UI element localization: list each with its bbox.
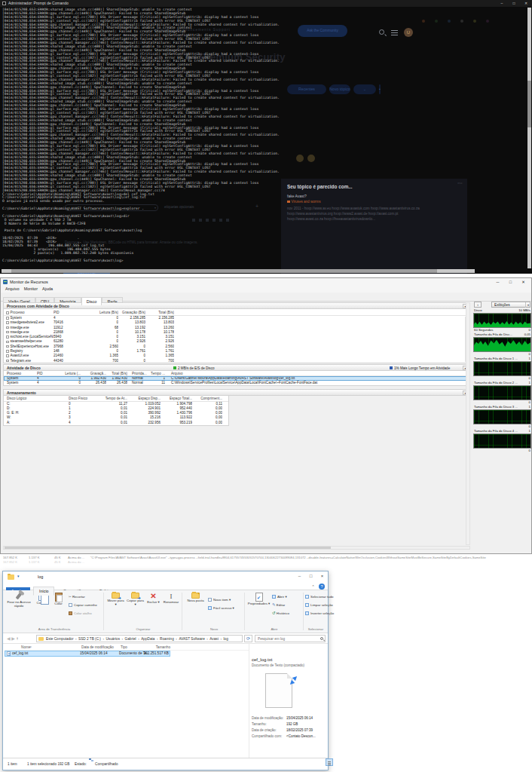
easy-access-button[interactable]: Fácil acesso ▾	[208, 605, 234, 611]
col-pid[interactable]: PID	[54, 309, 76, 315]
back-button[interactable]: ◀	[7, 636, 11, 641]
explorer-close-button[interactable]: ×	[316, 571, 328, 581]
console-vertical-scrollbar[interactable]	[527, 8, 531, 268]
col-tempo-atividade[interactable]: Tempo de At...	[99, 396, 127, 401]
checkbox[interactable]	[6, 335, 9, 339]
breadcrumb-item[interactable]: Usuários	[101, 636, 120, 642]
resmon-maximize-button[interactable]: □	[504, 278, 517, 286]
address-box[interactable]: Este ComputadorSSD 2 TB (C:)UsuáriosGabr…	[36, 635, 243, 642]
menu-item[interactable]: Arquivo	[5, 286, 20, 293]
file-row[interactable]: cef_log.txt 15/04/2025 06:14 Documento d…	[5, 651, 170, 657]
forward-button[interactable]: ▶	[11, 636, 15, 641]
tab-inicio[interactable]: Início	[33, 587, 54, 596]
edit-button[interactable]: ✎ Editar	[272, 602, 285, 608]
resmon-vertical-scrollbar[interactable]	[466, 302, 470, 545]
breadcrumb-item[interactable]: log	[219, 636, 228, 642]
breadcrumb-item[interactable]: Avast	[205, 636, 219, 642]
resmon-close-button[interactable]: ✕	[517, 278, 530, 286]
pin-quick-access-button[interactable]: Fixar no Acesso rápido	[7, 593, 31, 608]
up-button[interactable]: ↑	[17, 636, 19, 641]
refresh-button[interactable]: ⟳	[244, 635, 252, 642]
history-button[interactable]: ↺ Histórico	[272, 610, 289, 617]
checkbox[interactable]	[6, 354, 9, 357]
checkbox[interactable]	[6, 350, 9, 353]
breadcrumb-item[interactable]: Este Computador	[46, 636, 73, 642]
menu-item[interactable]: Ajuda	[42, 286, 53, 293]
collapse-panel-button[interactable]: ›	[474, 302, 482, 308]
section-header-storage[interactable]: Armazenamento ▾	[3, 389, 470, 396]
col-processo[interactable]: Processo	[4, 371, 37, 375]
col-total[interactable]: Total (B/s)	[106, 371, 127, 375]
console-maximize-button[interactable]: □	[508, 0, 520, 7]
col-comprimento[interactable]: Compriment...	[192, 396, 222, 401]
col-espaco-total[interactable]: Espaço Total...	[161, 396, 192, 401]
help-icon[interactable]: ?	[319, 584, 325, 590]
breadcrumb-item[interactable]: Roaming	[154, 636, 173, 642]
checkbox[interactable]	[6, 345, 9, 348]
col-gravacao[interactable]: Gravaçã...	[81, 371, 106, 375]
col-nome[interactable]: Nome	[21, 644, 31, 651]
console-horizontal-scrollbar[interactable]	[2, 269, 475, 273]
copy-path-button[interactable]: Copiar caminho	[69, 602, 97, 608]
checkbox[interactable]	[6, 326, 9, 329]
open-button[interactable]: Abrir ▾	[272, 593, 287, 600]
checkbox[interactable]	[6, 331, 9, 334]
breadcrumb-item[interactable]: SSD 2 TB (C:)	[73, 636, 100, 642]
quick-access-toolbar[interactable]: ▾	[17, 574, 20, 578]
checkbox[interactable]	[6, 341, 9, 344]
menu-item[interactable]: Monitor	[24, 286, 38, 293]
select-all-button[interactable]: Selecionar tudo	[305, 593, 334, 600]
col-disco-logico[interactable]: Disco Lógico	[4, 396, 69, 401]
similar-topic-item-title: fake Avast?	[287, 194, 307, 198]
col-data-modificacao[interactable]: Data de modificação	[81, 644, 114, 651]
invert-selection-button[interactable]: Inverter seleção	[305, 610, 334, 617]
breadcrumb-item[interactable]: AVAST Software	[174, 636, 205, 642]
views-dropdown[interactable]: Exibições	[491, 302, 530, 308]
col-prioridade[interactable]: Priorida...	[127, 371, 150, 375]
new-folder-button[interactable]: Nova pasta	[185, 593, 206, 603]
process-row[interactable]: Telegram.exe 44340 700 0 700	[4, 359, 469, 363]
delete-button[interactable]: ✕ Excluir ▾	[145, 593, 161, 605]
col-leitura[interactable]: Leitura (...	[49, 371, 81, 375]
breadcrumb-item[interactable]: AppData	[136, 636, 155, 642]
search-input[interactable]	[255, 636, 320, 642]
col-disco-fisico[interactable]: Disco Físico	[69, 396, 99, 401]
move-to-button[interactable]: ➜ Mover para ▾	[106, 593, 125, 607]
explorer-maximize-button[interactable]: □	[305, 571, 316, 581]
paste-shortcut-button[interactable]: Colar atalho	[69, 610, 92, 617]
checkbox[interactable]	[6, 360, 9, 363]
col-pid[interactable]: PID	[37, 371, 49, 375]
new-item-button[interactable]: Novo item ▾	[208, 596, 231, 603]
col-leitura[interactable]: Leitura (B/s)	[76, 309, 118, 315]
section-header-disk-activity[interactable]: Atividade de Disco 2 MB/s de E/S de Disc…	[3, 364, 470, 371]
search-box[interactable]	[255, 635, 326, 642]
resmon-minimize-button[interactable]: ─	[491, 278, 504, 286]
breadcrumb-item[interactable]: Gabriel	[120, 636, 136, 642]
details-view-button[interactable]	[326, 758, 333, 766]
disk-activity-row[interactable]: System 4 0 26.438 26.438 Normal 11 C:\Wi…	[4, 381, 469, 385]
col-tempo[interactable]: Tempo ...	[150, 371, 165, 375]
copy-to-button[interactable]: ➜ Copiar para ▾	[126, 593, 145, 607]
resmon-tab[interactable]: Disco	[81, 297, 102, 305]
cut-button[interactable]: ✂ Recortar	[69, 593, 85, 600]
col-total[interactable]: Total (B/s)	[145, 309, 174, 315]
clear-selection-button[interactable]: Limpar seleção	[305, 602, 333, 608]
checkbox[interactable]	[6, 311, 9, 314]
col-espaco-disponivel[interactable]: Espaço Disp...	[127, 396, 161, 401]
collapse-ribbon-button[interactable]: ⌃	[311, 584, 314, 589]
checkbox[interactable]	[6, 317, 9, 320]
storage-row[interactable]: A: 4 0,01 232.956 953.219 0,00	[4, 421, 228, 425]
explorer-minimize-button[interactable]: –	[294, 571, 305, 581]
col-arquivo[interactable]: Arquivo	[165, 371, 469, 375]
col-processo[interactable]: Processo	[11, 311, 25, 314]
col-tipo[interactable]: Tipo	[121, 644, 127, 651]
resmon-horizontal-scrollbar[interactable]	[3, 546, 470, 550]
col-tamanho[interactable]: Tamanho	[137, 644, 170, 651]
col-gravacao[interactable]: Gravação (B/s)	[118, 309, 145, 315]
checkbox[interactable]	[6, 321, 9, 324]
section-header-processes[interactable]: Processos com Atividade de Disco ▾	[3, 302, 470, 309]
properties-button[interactable]: Propriedades ▾	[247, 593, 271, 606]
console-close-button[interactable]: ✕	[520, 0, 532, 7]
console-minimize-button[interactable]: –	[496, 0, 508, 7]
rename-button[interactable]: Renomear	[162, 593, 180, 605]
